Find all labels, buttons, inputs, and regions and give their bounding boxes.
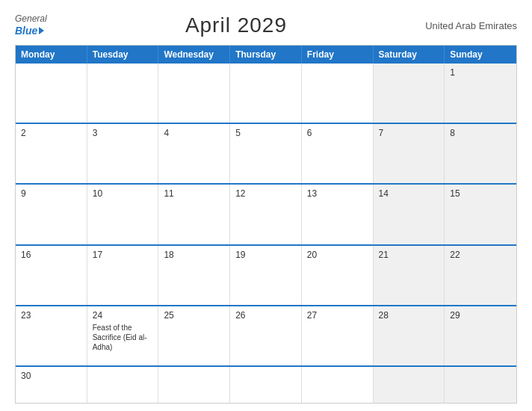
col-sunday: Sunday (445, 46, 516, 64)
cell-apr-28: 28 (374, 306, 445, 365)
col-tuesday: Tuesday (87, 46, 159, 64)
cal-row-3: 9 10 11 12 13 14 15 (16, 183, 516, 244)
logo-blue-text: Blue (15, 25, 47, 37)
cell-empty-6 (374, 64, 445, 123)
cell-apr-25: 25 (158, 306, 230, 365)
cal-row-2: 2 3 4 5 6 7 8 (16, 123, 516, 183)
cell-apr-20: 20 (302, 246, 374, 305)
col-monday: Monday (16, 46, 87, 64)
cell-apr-17: 17 (87, 246, 159, 305)
cell-last-sun (445, 367, 516, 403)
calendar-page: General Blue April 2029 United Arab Emir… (0, 0, 532, 411)
cal-row-1: 1 (16, 64, 516, 123)
col-thursday: Thursday (230, 46, 302, 64)
cal-row-4: 16 17 18 19 20 21 22 (16, 244, 516, 305)
cell-apr-1: 1 (445, 64, 516, 123)
cell-apr-13: 13 (302, 185, 374, 244)
cell-apr-5: 5 (230, 124, 302, 183)
calendar-body: 1 2 3 4 5 6 (16, 64, 516, 365)
eid-event: Feast of the Sacrifice (Eid al-Adha) (93, 323, 153, 352)
col-friday: Friday (302, 46, 374, 64)
cell-apr-19: 19 (230, 246, 302, 305)
calendar-title: April 2029 (185, 13, 287, 37)
cell-empty-5 (302, 64, 374, 123)
col-wednesday: Wednesday (158, 46, 230, 64)
cell-apr-9: 9 (16, 185, 87, 244)
cell-last-tue (87, 367, 159, 403)
cell-apr-29: 29 (445, 306, 516, 365)
cell-apr-12: 12 (230, 185, 302, 244)
calendar-header: Monday Tuesday Wednesday Thursday Friday… (16, 46, 516, 64)
cell-last-wed (158, 367, 230, 403)
cal-row-6: 30 (16, 365, 516, 403)
logo: General Blue (15, 13, 47, 37)
header: General Blue April 2029 United Arab Emir… (15, 13, 517, 37)
logo-triangle-icon (39, 27, 44, 34)
cell-apr-30: 30 (16, 367, 87, 403)
cell-last-sat (374, 367, 445, 403)
cell-apr-15: 15 (445, 185, 516, 244)
cell-apr-11: 11 (158, 185, 230, 244)
cell-apr-4: 4 (158, 124, 230, 183)
cell-empty-4 (230, 64, 302, 123)
cell-last-fri (302, 367, 374, 403)
cell-empty-2 (87, 64, 159, 123)
cell-apr-3: 3 (87, 124, 159, 183)
cell-apr-18: 18 (158, 246, 230, 305)
cell-apr-7: 7 (374, 124, 445, 183)
cell-empty-1 (16, 64, 87, 123)
cal-row-5: 23 24 Feast of the Sacrifice (Eid al-Adh… (16, 305, 516, 365)
cell-apr-24: 24 Feast of the Sacrifice (Eid al-Adha) (87, 306, 159, 365)
cell-apr-16: 16 (16, 246, 87, 305)
logo-general-text: General (15, 13, 47, 24)
cell-last-thu (230, 367, 302, 403)
cell-apr-26: 26 (230, 306, 302, 365)
cell-apr-23: 23 (16, 306, 87, 365)
cell-apr-6: 6 (302, 124, 374, 183)
cell-apr-27: 27 (302, 306, 374, 365)
country-label: United Arab Emirates (425, 20, 517, 31)
col-saturday: Saturday (374, 46, 445, 64)
cell-apr-8: 8 (445, 124, 516, 183)
cell-apr-21: 21 (374, 246, 445, 305)
cell-apr-10: 10 (87, 185, 159, 244)
cell-apr-14: 14 (374, 185, 445, 244)
cell-empty-3 (158, 64, 230, 123)
cell-apr-2: 2 (16, 124, 87, 183)
cell-apr-22: 22 (445, 246, 516, 305)
calendar-grid: Monday Tuesday Wednesday Thursday Friday… (15, 45, 517, 404)
